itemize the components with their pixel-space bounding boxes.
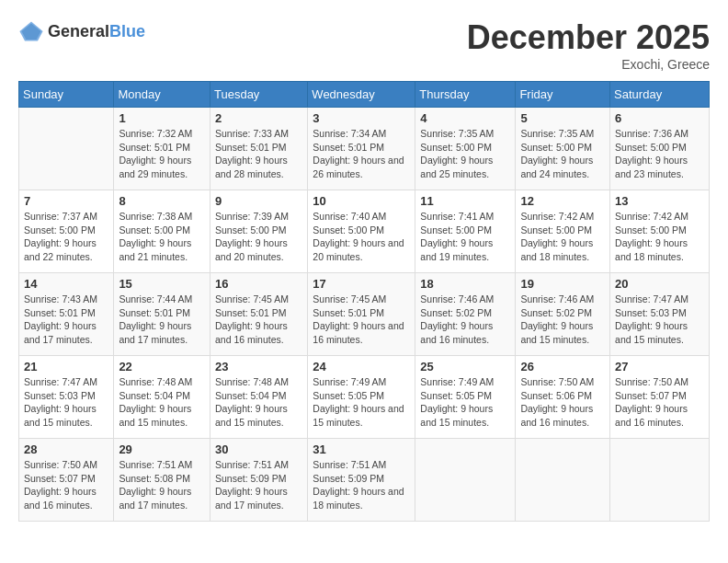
day-info: Sunrise: 7:51 AMSunset: 5:09 PMDaylight:… (215, 458, 302, 512)
calendar-cell: 12Sunrise: 7:42 AMSunset: 5:00 PMDayligh… (516, 190, 610, 273)
day-info: Sunrise: 7:39 AMSunset: 5:00 PMDaylight:… (215, 210, 302, 264)
calendar-header: SundayMondayTuesdayWednesdayThursdayFrid… (19, 82, 710, 108)
day-info: Sunrise: 7:49 AMSunset: 5:05 PMDaylight:… (420, 375, 510, 430)
day-number: 25 (420, 360, 510, 373)
calendar-cell: 10Sunrise: 7:40 AMSunset: 5:00 PMDayligh… (308, 190, 415, 273)
calendar-cell: 30Sunrise: 7:51 AMSunset: 5:09 PMDayligh… (210, 439, 307, 522)
calendar-cell: 8Sunrise: 7:38 AMSunset: 5:00 PMDaylight… (114, 190, 210, 273)
calendar-week-row: 28Sunrise: 7:50 AMSunset: 5:07 PMDayligh… (19, 439, 710, 522)
day-number: 6 (615, 111, 704, 125)
calendar-cell: 25Sunrise: 7:49 AMSunset: 5:05 PMDayligh… (415, 356, 516, 439)
day-number: 21 (24, 360, 108, 373)
day-number: 20 (615, 277, 704, 291)
day-info: Sunrise: 7:36 AMSunset: 5:00 PMDaylight:… (615, 127, 704, 181)
day-number: 1 (119, 111, 205, 125)
day-info: Sunrise: 7:37 AMSunset: 5:00 PMDaylight:… (24, 210, 108, 264)
calendar-cell: 18Sunrise: 7:46 AMSunset: 5:02 PMDayligh… (415, 273, 516, 356)
day-number: 12 (520, 194, 605, 208)
logo-icon (18, 18, 44, 44)
calendar-cell: 28Sunrise: 7:50 AMSunset: 5:07 PMDayligh… (19, 439, 114, 522)
calendar-cell: 16Sunrise: 7:45 AMSunset: 5:01 PMDayligh… (210, 273, 307, 356)
weekday-header: Saturday (610, 82, 710, 108)
weekday-header: Tuesday (210, 82, 307, 108)
day-info: Sunrise: 7:45 AMSunset: 5:01 PMDaylight:… (215, 293, 302, 347)
calendar-week-row: 21Sunrise: 7:47 AMSunset: 5:03 PMDayligh… (19, 356, 710, 439)
day-info: Sunrise: 7:50 AMSunset: 5:07 PMDaylight:… (615, 375, 704, 430)
logo-general: General (48, 22, 109, 40)
calendar-cell: 21Sunrise: 7:47 AMSunset: 5:03 PMDayligh… (19, 356, 114, 439)
day-number: 16 (215, 277, 302, 291)
day-info: Sunrise: 7:48 AMSunset: 5:04 PMDaylight:… (119, 375, 205, 430)
day-number: 29 (119, 442, 205, 456)
day-number: 10 (313, 194, 410, 208)
day-info: Sunrise: 7:44 AMSunset: 5:01 PMDaylight:… (119, 293, 205, 347)
calendar-cell: 31Sunrise: 7:51 AMSunset: 5:09 PMDayligh… (308, 439, 415, 522)
title-block: December 2025 Exochi, Greece (467, 18, 710, 72)
day-number: 26 (520, 360, 605, 373)
calendar-cell: 20Sunrise: 7:47 AMSunset: 5:03 PMDayligh… (610, 273, 710, 356)
day-info: Sunrise: 7:43 AMSunset: 5:01 PMDaylight:… (24, 293, 108, 347)
weekday-header: Sunday (19, 82, 114, 108)
day-info: Sunrise: 7:42 AMSunset: 5:00 PMDaylight:… (615, 210, 704, 264)
weekday-header: Monday (114, 82, 210, 108)
day-number: 13 (615, 194, 704, 208)
day-number: 31 (313, 442, 410, 456)
day-number: 5 (520, 111, 605, 125)
calendar-cell: 15Sunrise: 7:44 AMSunset: 5:01 PMDayligh… (114, 273, 210, 356)
day-number: 7 (24, 194, 108, 208)
calendar-cell: 14Sunrise: 7:43 AMSunset: 5:01 PMDayligh… (19, 273, 114, 356)
calendar-cell (610, 439, 710, 522)
calendar-cell: 29Sunrise: 7:51 AMSunset: 5:08 PMDayligh… (114, 439, 210, 522)
day-info: Sunrise: 7:41 AMSunset: 5:00 PMDaylight:… (420, 210, 510, 264)
day-number: 17 (313, 277, 410, 291)
day-info: Sunrise: 7:51 AMSunset: 5:09 PMDaylight:… (313, 458, 410, 512)
day-info: Sunrise: 7:35 AMSunset: 5:00 PMDaylight:… (420, 127, 510, 181)
day-info: Sunrise: 7:49 AMSunset: 5:05 PMDaylight:… (313, 375, 410, 430)
day-info: Sunrise: 7:47 AMSunset: 5:03 PMDaylight:… (615, 293, 704, 347)
page-header: GeneralBlue December 2025 Exochi, Greece (18, 18, 710, 72)
month-title: December 2025 (467, 18, 710, 57)
calendar-cell: 6Sunrise: 7:36 AMSunset: 5:00 PMDaylight… (610, 108, 710, 190)
calendar-cell: 17Sunrise: 7:45 AMSunset: 5:01 PMDayligh… (308, 273, 415, 356)
day-number: 30 (215, 442, 302, 456)
day-number: 14 (24, 277, 108, 291)
day-info: Sunrise: 7:50 AMSunset: 5:07 PMDaylight:… (24, 458, 108, 512)
calendar-cell: 5Sunrise: 7:35 AMSunset: 5:00 PMDaylight… (516, 108, 610, 190)
logo-blue: Blue (109, 22, 145, 40)
day-info: Sunrise: 7:50 AMSunset: 5:06 PMDaylight:… (520, 375, 605, 430)
calendar-body: 1Sunrise: 7:32 AMSunset: 5:01 PMDaylight… (19, 108, 710, 522)
weekday-header: Friday (516, 82, 610, 108)
calendar-cell: 3Sunrise: 7:34 AMSunset: 5:01 PMDaylight… (308, 108, 415, 190)
calendar-cell: 13Sunrise: 7:42 AMSunset: 5:00 PMDayligh… (610, 190, 710, 273)
weekday-header: Wednesday (308, 82, 415, 108)
calendar-week-row: 1Sunrise: 7:32 AMSunset: 5:01 PMDaylight… (19, 108, 710, 190)
calendar-cell: 23Sunrise: 7:48 AMSunset: 5:04 PMDayligh… (210, 356, 307, 439)
calendar-cell: 7Sunrise: 7:37 AMSunset: 5:00 PMDaylight… (19, 190, 114, 273)
calendar-cell: 11Sunrise: 7:41 AMSunset: 5:00 PMDayligh… (415, 190, 516, 273)
calendar-cell: 26Sunrise: 7:50 AMSunset: 5:06 PMDayligh… (516, 356, 610, 439)
day-number: 18 (420, 277, 510, 291)
day-info: Sunrise: 7:46 AMSunset: 5:02 PMDaylight:… (420, 293, 510, 347)
calendar-cell: 27Sunrise: 7:50 AMSunset: 5:07 PMDayligh… (610, 356, 710, 439)
day-info: Sunrise: 7:42 AMSunset: 5:00 PMDaylight:… (520, 210, 605, 264)
day-info: Sunrise: 7:33 AMSunset: 5:01 PMDaylight:… (215, 127, 302, 181)
day-info: Sunrise: 7:38 AMSunset: 5:00 PMDaylight:… (119, 210, 205, 264)
day-number: 3 (313, 111, 410, 125)
day-info: Sunrise: 7:32 AMSunset: 5:01 PMDaylight:… (119, 127, 205, 181)
calendar-cell: 24Sunrise: 7:49 AMSunset: 5:05 PMDayligh… (308, 356, 415, 439)
day-number: 9 (215, 194, 302, 208)
day-info: Sunrise: 7:47 AMSunset: 5:03 PMDaylight:… (24, 375, 108, 430)
day-number: 19 (520, 277, 605, 291)
weekday-header: Thursday (415, 82, 516, 108)
day-number: 11 (420, 194, 510, 208)
calendar-cell (516, 439, 610, 522)
day-number: 23 (215, 360, 302, 373)
day-number: 22 (119, 360, 205, 373)
weekday-row: SundayMondayTuesdayWednesdayThursdayFrid… (19, 82, 710, 108)
day-number: 8 (119, 194, 205, 208)
day-number: 24 (313, 360, 410, 373)
calendar-week-row: 7Sunrise: 7:37 AMSunset: 5:00 PMDaylight… (19, 190, 710, 273)
calendar-cell (415, 439, 516, 522)
calendar-cell (19, 108, 114, 190)
day-number: 27 (615, 360, 704, 373)
